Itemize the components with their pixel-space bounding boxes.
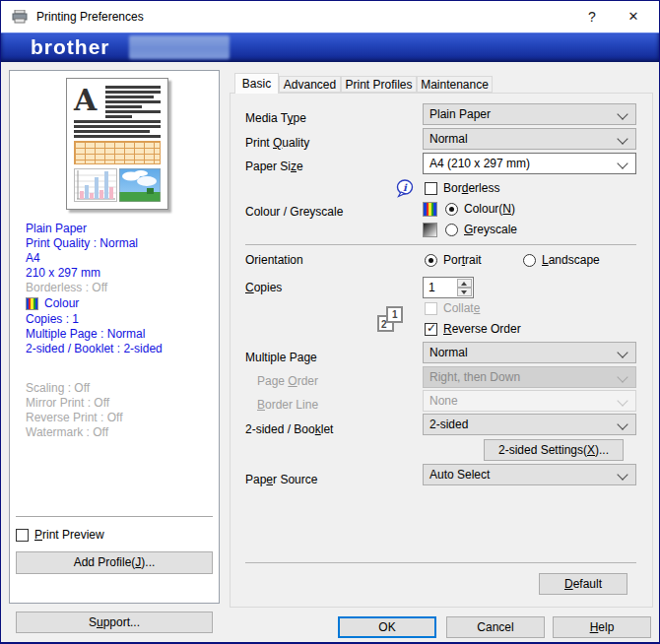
page-order-dropdown: Right, then Down: [423, 366, 636, 388]
media-type-label: Media Type: [245, 107, 306, 129]
summary-multiple-page: Multiple Page : Normal: [26, 327, 215, 342]
collate-checkbox: [425, 302, 437, 315]
info-icon: i: [395, 179, 416, 198]
borderless-checkbox[interactable]: [425, 182, 437, 195]
summary-watermark: Watermark : Off: [26, 425, 215, 440]
support-button[interactable]: Support...: [16, 612, 213, 633]
brother-logo: brother: [31, 33, 110, 62]
chevron-down-icon: [617, 371, 627, 382]
orientation-label: Orientation: [245, 253, 303, 267]
summary-2sided: 2-sided / Booklet : 2-sided: [26, 342, 215, 356]
summary-copies: Copies : 1: [26, 312, 215, 327]
summary-borderless: Borderless : Off: [26, 281, 215, 295]
close-icon[interactable]: ✕: [614, 1, 653, 32]
print-quality-dropdown[interactable]: Normal: [423, 128, 636, 150]
tab-basic[interactable]: Basic: [234, 73, 279, 94]
preview-chart-graphic: [74, 168, 117, 202]
two-sided-booklet-dropdown[interactable]: 2-sided: [423, 414, 636, 435]
colour-greyscale-label: Colour / Greyscale: [245, 205, 343, 219]
redacted-model-name: [129, 35, 230, 59]
section-divider: [245, 244, 636, 245]
default-button[interactable]: Default: [539, 573, 627, 595]
multiple-page-dropdown[interactable]: Normal: [423, 342, 636, 363]
window-title: Printing Preferences: [36, 1, 144, 32]
colour-swatch-icon: [26, 297, 38, 310]
printer-icon: [12, 10, 28, 24]
chevron-down-icon: [617, 158, 627, 168]
cancel-button[interactable]: Cancel: [446, 616, 545, 638]
preview-photo-graphic: [119, 168, 161, 202]
preview-letter: A: [74, 86, 105, 120]
spin-down-icon[interactable]: [457, 288, 472, 296]
two-sided-booklet-label: 2-sided / Booklet: [245, 419, 333, 440]
portrait-radio[interactable]: [425, 254, 437, 267]
paper-size-label: Paper Size: [245, 156, 303, 177]
paper-source-label: Paper Source: [245, 469, 317, 490]
brand-banner: brother: [1, 32, 659, 62]
current-settings-summary: Plain Paper Print Quality : Normal A4 21…: [26, 222, 215, 440]
spin-up-icon[interactable]: [457, 279, 472, 288]
page-order-icon: 2 1: [377, 306, 404, 333]
reverse-order-label: Reverse Order: [443, 322, 521, 336]
landscape-radio-label: Landscape: [542, 253, 600, 267]
summary-colour: Colour: [26, 295, 215, 312]
media-type-dropdown[interactable]: Plain Paper: [423, 103, 636, 125]
tab-advanced[interactable]: Advanced: [279, 76, 341, 93]
left-panel-divider: [16, 516, 213, 517]
preview-text-lines: [105, 86, 161, 120]
chevron-down-icon: [617, 108, 627, 119]
landscape-radio[interactable]: [523, 254, 536, 267]
borderless-label: Borderless: [443, 181, 499, 195]
ok-button[interactable]: OK: [338, 616, 436, 638]
greyscale-swatch-icon: [423, 223, 437, 237]
summary-media-type: Plain Paper: [26, 222, 215, 236]
chevron-down-icon: [617, 395, 627, 406]
paper-size-dropdown[interactable]: A4 (210 x 297 mm): [423, 153, 636, 174]
document-preview: A: [66, 78, 168, 210]
summary-scaling: Scaling : Off: [26, 381, 215, 396]
help-button[interactable]: Help: [553, 616, 651, 638]
reverse-order-checkbox[interactable]: [425, 323, 437, 336]
preview-table-graphic: [74, 141, 161, 164]
greyscale-radio-label: Greyscale: [464, 223, 517, 236]
chevron-down-icon: [617, 133, 627, 144]
colour-radio[interactable]: [445, 203, 458, 216]
portrait-radio-label: Portrait: [443, 253, 482, 267]
collate-label: Collate: [443, 301, 480, 315]
colour-radio-label: Colour(N): [464, 202, 515, 216]
copies-stepper[interactable]: 1: [423, 277, 474, 298]
add-profile-button[interactable]: Add Profile(J)...: [16, 551, 213, 574]
page-order-label: Page Order: [257, 370, 318, 392]
preview-text-lines-full: [74, 120, 161, 138]
colour-swatch-icon: [423, 202, 437, 217]
summary-mirror-print: Mirror Print : Off: [26, 396, 215, 411]
tab-print-profiles[interactable]: Print Profiles: [341, 76, 417, 93]
tab-maintenance[interactable]: Maintenance: [417, 76, 493, 93]
summary-print-quality: Print Quality : Normal: [26, 236, 215, 251]
print-preview-checkbox[interactable]: [16, 529, 29, 542]
print-preview-label: Print Preview: [34, 528, 104, 542]
greyscale-radio[interactable]: [445, 224, 458, 236]
title-bar: Printing Preferences ? ✕: [1, 1, 659, 32]
summary-paper-size: A4: [26, 251, 215, 266]
basic-tab-panel: Media Type Plain Paper Print Quality Nor…: [230, 93, 653, 608]
multiple-page-label: Multiple Page: [245, 347, 317, 368]
printing-preferences-dialog: Printing Preferences ? ✕ brother A: [0, 0, 660, 644]
summary-dimensions: 210 x 297 mm: [26, 266, 215, 281]
copies-label: Copies: [245, 281, 282, 294]
help-titlebar-button[interactable]: ?: [572, 1, 612, 32]
chevron-down-icon: [617, 419, 627, 429]
print-quality-label: Print Quality: [245, 132, 309, 154]
paper-source-dropdown[interactable]: Auto Select: [423, 464, 636, 485]
chevron-down-icon: [617, 469, 627, 480]
chevron-down-icon: [617, 347, 627, 357]
settings-summary-panel: A: [9, 70, 220, 604]
summary-reverse-print: Reverse Print : Off: [26, 411, 215, 425]
two-sided-settings-button[interactable]: 2-sided Settings(X)...: [484, 439, 624, 461]
border-line-label: Border Line: [257, 394, 318, 416]
border-line-dropdown: None: [423, 390, 636, 412]
footer-divider: [245, 562, 636, 563]
